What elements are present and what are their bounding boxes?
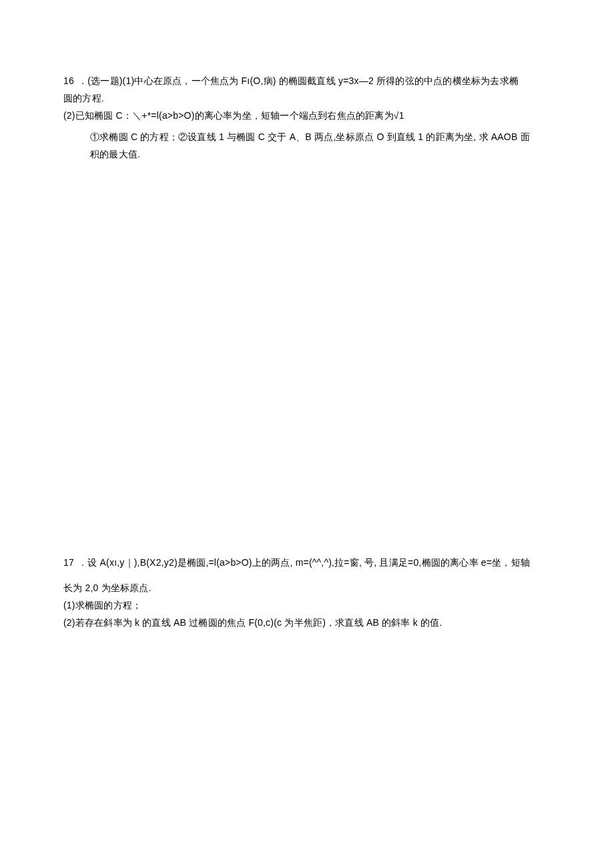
q16-line1: 16 ．(选一题)(1)中心在原点，一个焦点为 Fı(O,病) 的椭圆截直线 y… — [63, 72, 551, 89]
q16-line3: ①求椭圆 C 的方程；②设直线 1 与椭圆 C 交于 A、B 两点,坐标原点 O… — [63, 128, 551, 145]
q17-line3: (1)求椭圆的方程； — [63, 596, 551, 614]
q16-line2: (2)已知椭圆 C：＼+*=l(a>b>O)的离心率为坐，短轴一个端点到右焦点的… — [63, 107, 551, 124]
q17-line4: (2)若存在斜率为 k 的直线 AB 过椭圆的焦点 F(0,c)(c 为半焦距)… — [63, 614, 551, 631]
q17-line1: 17 ．设 A(xı,y｜),B(X2,y2)是椭圆,=l(a>b>O)上的两点… — [63, 554, 551, 571]
q16-line1b: 圆的方程. — [63, 89, 551, 107]
q17-line2: 长为 2,0 为坐标原点. — [63, 579, 551, 596]
q17-line1-text: ．设 A(xı,y｜),B(X2,y2)是椭圆,=l(a>b>O)上的两点, m… — [78, 557, 530, 568]
page: 16 ．(选一题)(1)中心在原点，一个焦点为 Fı(O,病) 的椭圆截直线 y… — [0, 0, 614, 868]
q16-line4: 积的最大值. — [63, 145, 551, 163]
question-16: 16 ．(选一题)(1)中心在原点，一个焦点为 Fı(O,病) 的椭圆截直线 y… — [63, 72, 551, 163]
q16-line1a-text: ．(选一题)(1)中心在原点，一个焦点为 Fı(O,病) 的椭圆截直线 y=3x… — [78, 75, 519, 86]
q16-number: 16 — [63, 72, 75, 89]
question-17: 17 ．设 A(xı,y｜),B(X2,y2)是椭圆,=l(a>b>O)上的两点… — [63, 554, 551, 631]
q17-number: 17 — [63, 554, 75, 571]
